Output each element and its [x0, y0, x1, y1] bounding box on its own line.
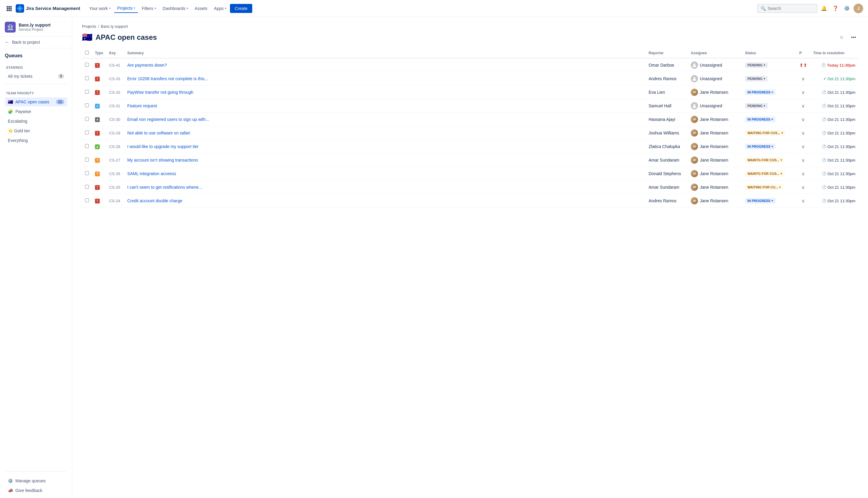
- row-checkbox[interactable]: [85, 171, 89, 175]
- row-checkbox[interactable]: [85, 90, 89, 94]
- reporter-name: Samuel Hall: [649, 103, 671, 108]
- time-icon: 🕐: [822, 131, 826, 135]
- table-row[interactable]: ✓CS-31Feature requestSamuel HallUnassign…: [82, 99, 858, 113]
- user-avatar[interactable]: J: [854, 4, 863, 13]
- grid-menu-button[interactable]: [5, 4, 13, 13]
- status-badge[interactable]: PENDING ▾: [745, 103, 767, 108]
- issue-key: CS-24: [109, 199, 120, 203]
- status-badge[interactable]: IN PROGRESS ▾: [745, 117, 775, 122]
- back-to-project[interactable]: ← Back to project: [0, 37, 72, 48]
- nav-filters[interactable]: Filters ▾: [139, 4, 159, 13]
- issue-summary[interactable]: Email non registered users to sign up wi…: [127, 117, 209, 122]
- reporter-name: Amar Sundaram: [649, 158, 679, 162]
- row-checkbox[interactable]: [85, 76, 89, 80]
- create-button[interactable]: Create: [230, 4, 252, 13]
- status-badge[interactable]: IN PROGRESS ▾: [745, 198, 775, 204]
- notifications-button[interactable]: 🔔: [819, 4, 829, 13]
- sidebar-item-escalating[interactable]: Escalating: [5, 117, 67, 126]
- table-row[interactable]: ●CS-30Email non registered users to sign…: [82, 113, 858, 126]
- avatar: JR: [691, 129, 698, 136]
- search-input[interactable]: [767, 6, 814, 11]
- table-row[interactable]: !CS-25I can't seem to get notifications …: [82, 181, 858, 194]
- row-checkbox[interactable]: [85, 198, 89, 202]
- issue-summary[interactable]: Not able to use software on safari: [127, 131, 190, 135]
- nav-apps[interactable]: Apps ▾: [211, 4, 229, 13]
- row-checkbox[interactable]: [85, 63, 89, 67]
- issue-summary[interactable]: Feature request: [127, 103, 157, 108]
- status-badge[interactable]: WAINTG FOR CUS... ▾: [745, 171, 785, 176]
- status-badge[interactable]: WAINTG FOR CUS... ▾: [745, 157, 785, 163]
- sidebar-project: 🏦 Banc.ly support Service Project: [0, 17, 72, 37]
- status-badge[interactable]: IN PROGRESS ▾: [745, 144, 775, 149]
- type-icon: !: [95, 90, 100, 95]
- issue-summary[interactable]: Credit account double charge: [127, 198, 182, 203]
- status-badge[interactable]: PENDING ▾: [745, 62, 767, 68]
- nav-assets[interactable]: Assets: [192, 4, 210, 13]
- type-icon: !: [95, 185, 100, 190]
- assignee-cell: JRJane Rotansen: [691, 156, 739, 164]
- table-row[interactable]: !CS-32PayWise transfer not going through…: [82, 86, 858, 99]
- issue-summary[interactable]: I would like to upgrade my support tier: [127, 144, 199, 149]
- sidebar-item-gold-tier[interactable]: ⭐ Gold tier: [5, 126, 67, 135]
- issue-summary[interactable]: Error 10208 transfers not complete is th…: [127, 76, 208, 81]
- row-checkbox[interactable]: [85, 144, 89, 148]
- issue-summary[interactable]: My account isn't showing transactions: [127, 158, 198, 162]
- nav-your-work[interactable]: Your work ▾: [86, 4, 113, 13]
- type-icon: ✓: [95, 104, 100, 108]
- reporter-name: Omar Darboe: [649, 63, 674, 67]
- assignee-name: Jane Rotansen: [700, 185, 728, 189]
- table-row[interactable]: !CS-33Error 10208 transfers not complete…: [82, 72, 858, 86]
- time-cell: ✓Oct 21 11:30pm: [813, 77, 855, 81]
- table-row[interactable]: !CS-29Not able to use software on safari…: [82, 126, 858, 140]
- row-checkbox[interactable]: [85, 158, 89, 161]
- issue-summary[interactable]: Are payments down?: [127, 63, 167, 67]
- issue-summary[interactable]: PayWise transfer not going through: [127, 90, 193, 95]
- more-actions-button[interactable]: •••: [849, 32, 858, 42]
- status-badge[interactable]: PENDING ▾: [745, 76, 767, 81]
- table-row[interactable]: !CS-24Credit account double chargeAndres…: [82, 194, 858, 208]
- help-button[interactable]: ❓: [831, 4, 840, 13]
- row-checkbox[interactable]: [85, 185, 89, 189]
- select-all-checkbox[interactable]: [85, 51, 89, 55]
- priority-icon: ∨: [801, 76, 805, 81]
- chevron-down-icon: ▾: [772, 118, 773, 121]
- priority-icon: ∨: [801, 90, 805, 95]
- settings-button[interactable]: ⚙️: [842, 4, 852, 13]
- table-row[interactable]: ▲CS-28I would like to upgrade my support…: [82, 140, 858, 154]
- row-checkbox[interactable]: [85, 131, 89, 134]
- sidebar-manage-queues[interactable]: ⚙️ Manage queues: [5, 476, 67, 485]
- starred-label: STARRED: [5, 66, 67, 69]
- breadcrumb-project[interactable]: Banc.ly support: [101, 24, 128, 29]
- search-box[interactable]: 🔍: [757, 4, 817, 13]
- avatar: JR: [691, 170, 698, 177]
- row-checkbox[interactable]: [85, 117, 89, 121]
- gear-icon: ⚙️: [8, 479, 13, 483]
- apps-grid-icon[interactable]: [5, 4, 13, 13]
- issue-summary[interactable]: I can't seem to get notifications whene.…: [127, 185, 202, 189]
- sidebar-item-everything[interactable]: Everything: [5, 136, 67, 145]
- sidebar-item-all-tickets[interactable]: All my tickets 5: [5, 72, 67, 81]
- sidebar-item-apac[interactable]: 🇦🇺 APAC open cases 11: [5, 97, 67, 106]
- issue-summary[interactable]: SAML integration acceess: [127, 171, 176, 176]
- assignee-name: Unassigned: [700, 103, 722, 108]
- status-badge[interactable]: WAITING FOR CU... ▾: [745, 184, 783, 190]
- back-icon: ←: [5, 39, 10, 45]
- table-row[interactable]: ?CS-26SAML integration acceessDonald Ste…: [82, 167, 858, 181]
- star-button[interactable]: ☆: [837, 32, 846, 42]
- priority-icon: ∨: [801, 185, 805, 190]
- th-type: Type: [92, 48, 106, 58]
- row-checkbox[interactable]: [85, 103, 89, 107]
- nav-dashboards[interactable]: Dashboards ▾: [160, 4, 191, 13]
- brand-logo[interactable]: Jira Service Management: [16, 4, 80, 13]
- type-icon: !: [95, 131, 100, 136]
- nav-projects[interactable]: Projects ▾: [114, 4, 138, 13]
- status-badge[interactable]: IN PROGRESS ▾: [745, 90, 775, 95]
- sidebar-item-paywise[interactable]: 🧩 Paywise: [5, 107, 67, 116]
- time-value: Oct 21 11:30pm: [828, 90, 856, 95]
- breadcrumb-projects[interactable]: Projects: [82, 24, 96, 29]
- priority-icon: ⬆⬆: [799, 63, 807, 68]
- sidebar-give-feedback[interactable]: 📣 Give feedback: [5, 486, 67, 495]
- status-badge[interactable]: WAITING FOR CUS... ▾: [745, 130, 785, 136]
- table-row[interactable]: ?CS-27My account isn't showing transacti…: [82, 154, 858, 167]
- table-row[interactable]: !CS-41Are payments down?Omar DarboeUnass…: [82, 58, 858, 72]
